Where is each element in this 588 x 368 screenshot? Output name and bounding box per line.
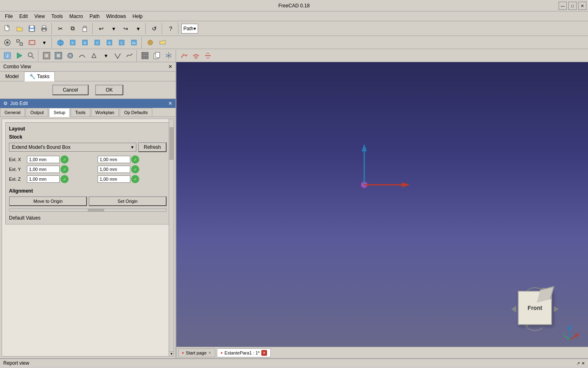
refresh-button[interactable]: ↺ (149, 23, 160, 34)
print-button[interactable] (38, 23, 50, 34)
menu-view[interactable]: View (31, 13, 48, 20)
material-button[interactable] (145, 37, 156, 48)
cam-dressup1-button[interactable] (178, 50, 190, 61)
help-button[interactable]: ? (165, 23, 176, 34)
undo-dropdown-button[interactable]: ▾ (108, 23, 119, 34)
paste-button[interactable] (79, 23, 91, 34)
job-tab-tools[interactable]: Tools (71, 108, 90, 117)
cam-dressup2-button[interactable] (190, 50, 202, 61)
maximize-button[interactable]: □ (568, 2, 577, 10)
scrollbar-thumb[interactable] (169, 127, 174, 160)
ok-button[interactable]: OK (95, 85, 123, 95)
view-left-button[interactable]: L (116, 37, 127, 48)
combo-tab-tasks[interactable]: 🔧 Tasks (24, 72, 55, 81)
scroll-down-arrow[interactable]: ▼ (169, 351, 174, 356)
cam-pocket-button[interactable] (53, 50, 64, 61)
view-back-button[interactable]: B (104, 37, 115, 48)
view-selection-button[interactable] (26, 37, 38, 48)
job-tab-setup[interactable]: Setup (49, 108, 70, 117)
viewport[interactable]: Front Z X Y ● Start page ✕ (176, 62, 588, 358)
folder-button[interactable] (157, 37, 168, 48)
ext-y-input2[interactable] (98, 166, 130, 173)
combo-view-close-icon[interactable]: ✕ (168, 64, 172, 70)
set-origin-button[interactable]: Set Origin (89, 196, 167, 206)
estante-tab-close-button[interactable]: ✕ (261, 350, 267, 356)
cam-mirror-button[interactable] (163, 50, 174, 61)
job-tab-output[interactable]: Output (26, 108, 48, 117)
move-to-origin-button[interactable]: Move to Origin (9, 196, 87, 206)
view-bottom-button[interactable]: Bo (128, 37, 140, 48)
content-scrollbar[interactable]: ▼ (169, 119, 174, 356)
job-tab-general[interactable]: General (0, 108, 25, 117)
postprocess-button[interactable] (13, 50, 25, 61)
svg-text:F: F (72, 42, 74, 45)
stock-type-dropdown[interactable]: Extend Model's Bound Box ▾ (9, 143, 136, 152)
svg-point-10 (6, 41, 9, 44)
viewport-tab-estante[interactable]: ● EstantePara1 : 1* ✕ (217, 348, 271, 357)
cam-dressup3-button[interactable] (202, 50, 214, 61)
view-top-button[interactable]: T (91, 37, 103, 48)
view-fit-button[interactable] (14, 37, 25, 48)
svg-rect-6 (42, 29, 46, 31)
cam-deburr-button[interactable] (88, 50, 100, 61)
workbench-dropdown[interactable]: Path ▾ (181, 24, 198, 34)
close-button[interactable]: ✕ (578, 2, 586, 10)
cam-copy-button[interactable] (151, 50, 163, 61)
workbench-label: Path (183, 26, 194, 31)
cam-vcarve-button[interactable] (112, 50, 123, 61)
ext-x-input1[interactable] (27, 156, 60, 163)
titlebar-controls[interactable]: — □ ✕ (559, 2, 586, 10)
job-edit-close-icon[interactable]: ✕ (168, 101, 172, 106)
redo-dropdown-button[interactable]: ▾ (132, 23, 144, 34)
inspect-button[interactable] (25, 50, 37, 61)
new-file-button[interactable] (2, 23, 13, 34)
navigation-cube[interactable]: Front (506, 280, 564, 338)
menu-tools[interactable]: Tools (48, 13, 66, 20)
view-home-button[interactable] (2, 37, 13, 48)
ext-z-input1[interactable] (27, 175, 60, 183)
view-dropdown-button[interactable]: ▾ (38, 37, 50, 48)
cam-dropdown-button[interactable]: ▾ (100, 50, 111, 61)
copy-button[interactable]: ⧉ (67, 23, 78, 34)
cut-button[interactable]: ✂ (55, 23, 66, 34)
cancel-button[interactable]: Cancel (52, 85, 89, 95)
ext-y-input1[interactable] (27, 166, 60, 173)
report-close-icon[interactable]: ✕ (581, 361, 585, 366)
viewport-tab-startpage[interactable]: ● Start page ✕ (178, 348, 215, 357)
coord-indicator: Z X Y (559, 321, 580, 343)
menu-macro[interactable]: Macro (66, 13, 86, 20)
view-iso-button[interactable] (55, 37, 66, 48)
view-front-button[interactable]: F (67, 37, 78, 48)
cam-engrave-button[interactable] (76, 50, 88, 61)
ext-y-label: Ext. Y (9, 167, 25, 172)
job-tab-op-defaults[interactable]: Op Defaults (120, 108, 152, 117)
menu-help[interactable]: Help (129, 13, 146, 20)
combo-tab-model[interactable]: Model (0, 72, 24, 81)
job-button[interactable]: J (2, 50, 13, 61)
startpage-tab-close[interactable]: ✕ (208, 351, 212, 355)
open-file-button[interactable] (14, 23, 25, 34)
refresh-button[interactable]: Refresh (138, 142, 167, 152)
minimize-button[interactable]: — (559, 2, 567, 10)
combo-view-title: Combo View (3, 64, 31, 70)
cam-array-button[interactable] (139, 50, 151, 61)
ext-z-input2[interactable] (98, 175, 130, 183)
menu-edit[interactable]: Edit (16, 13, 31, 20)
cam-threedpocket-button[interactable] (124, 50, 135, 61)
menu-file[interactable]: File (2, 13, 16, 20)
menu-path[interactable]: Path (86, 13, 103, 20)
ext-x-input2[interactable] (98, 156, 130, 163)
ext-x-label: Ext. X (9, 157, 25, 162)
cam-profile-button[interactable] (41, 50, 52, 61)
save-file-button[interactable] (26, 23, 38, 34)
job-tab-workplan[interactable]: Workplan (91, 108, 119, 117)
alignment-title: Alignment (9, 188, 167, 194)
ext-y-row: Ext. Y ✓ ✓ (9, 165, 167, 173)
redo-button[interactable]: ↪ (120, 23, 131, 34)
alignment-scrollbar[interactable] (9, 209, 167, 212)
cam-drill-button[interactable] (65, 50, 76, 61)
undo-button[interactable]: ↩ (96, 23, 107, 34)
view-right-button[interactable]: R (79, 37, 91, 48)
menu-windows[interactable]: Windows (103, 13, 129, 20)
report-expand-icon[interactable]: ↗ (577, 361, 580, 366)
